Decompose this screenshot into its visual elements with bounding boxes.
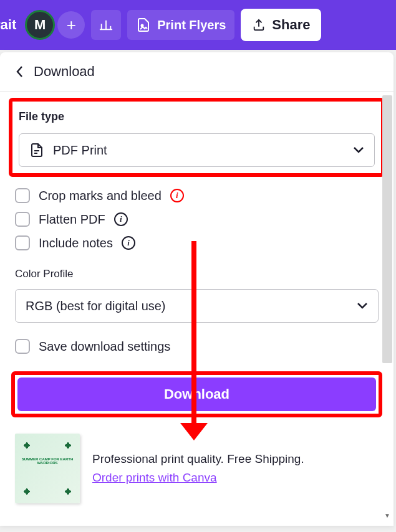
color-profile-select[interactable]: RGB (best for digital use): [15, 289, 379, 323]
color-profile-value: RGB (best for digital use): [26, 299, 166, 313]
scrollbar-down-arrow[interactable]: ▼: [382, 510, 392, 520]
promo-line1: Professional print quality. Free Shippin…: [92, 452, 304, 465]
panel-title: Download: [34, 64, 95, 80]
include-notes-checkbox-row[interactable]: Include notes i: [15, 235, 379, 250]
plus-icon: +: [67, 16, 76, 35]
checkbox-icon: [15, 212, 30, 227]
save-settings-label: Save download settings: [39, 340, 170, 354]
avatar-initial: M: [34, 17, 46, 33]
chevron-down-icon: [353, 146, 364, 154]
flatten-pdf-label: Flatten PDF: [39, 212, 105, 227]
print-flyers-button[interactable]: Print Flyers: [127, 10, 234, 40]
analytics-button[interactable]: [91, 10, 121, 40]
promo-thumb-text: SUMMER CAMP FOR EARTH WARRIORS: [21, 457, 73, 465]
file-type-value: PDF Print: [53, 143, 107, 158]
flatten-pdf-checkbox-row[interactable]: Flatten PDF i: [15, 212, 379, 227]
promo-text: Professional print quality. Free Shippin…: [92, 450, 304, 488]
chevron-left-icon: [15, 65, 25, 78]
panel-header: Download: [0, 52, 394, 92]
chevron-down-icon: [357, 302, 368, 310]
order-prints-link[interactable]: Order prints with Canva: [92, 471, 217, 484]
annotation-highlight-filetype: File type PDF Print: [9, 98, 385, 177]
file-icon: [29, 143, 44, 158]
include-notes-label: Include notes: [39, 236, 113, 250]
back-button[interactable]: [15, 65, 25, 78]
checkbox-icon: [15, 235, 30, 250]
file-type-label: File type: [19, 110, 375, 123]
crop-marks-checkbox-row[interactable]: Crop marks and bleed i: [15, 188, 379, 203]
promo-thumbnail: SUMMER CAMP FOR EARTH WARRIORS: [15, 434, 80, 503]
upload-icon: [252, 18, 266, 32]
bar-chart-icon: [99, 18, 113, 32]
annotation-arrow: [191, 241, 196, 427]
scrollbar-thumb[interactable]: [382, 95, 392, 363]
print-flyers-label: Print Flyers: [157, 18, 226, 32]
info-icon[interactable]: i: [114, 212, 128, 226]
share-label: Share: [272, 17, 310, 33]
info-icon[interactable]: i: [170, 189, 184, 202]
download-panel: Download ▼ File type PDF Print Crop mark…: [0, 52, 394, 526]
file-type-select[interactable]: PDF Print: [19, 133, 375, 167]
promo-row: SUMMER CAMP FOR EARTH WARRIORS Professio…: [15, 434, 379, 503]
color-profile-label: Color Profile: [15, 268, 379, 280]
avatar[interactable]: M: [25, 10, 55, 40]
share-button[interactable]: Share: [241, 9, 321, 41]
annotation-highlight-download: Download: [11, 371, 382, 417]
crop-marks-label: Crop marks and bleed: [39, 189, 162, 203]
checkbox-icon: [15, 188, 30, 203]
download-button[interactable]: Download: [17, 378, 376, 411]
panel-scroll-area: ▼ File type PDF Print Crop marks and ble…: [0, 92, 394, 524]
info-icon[interactable]: i: [122, 236, 135, 250]
add-collaborator-button[interactable]: +: [57, 11, 85, 39]
print-image-icon: [136, 17, 151, 32]
document-name-truncated: rait: [0, 17, 16, 33]
save-settings-checkbox-row[interactable]: Save download settings: [15, 339, 379, 354]
checkbox-icon: [15, 339, 30, 354]
top-toolbar: rait M + Print Flyers Share: [0, 0, 396, 50]
